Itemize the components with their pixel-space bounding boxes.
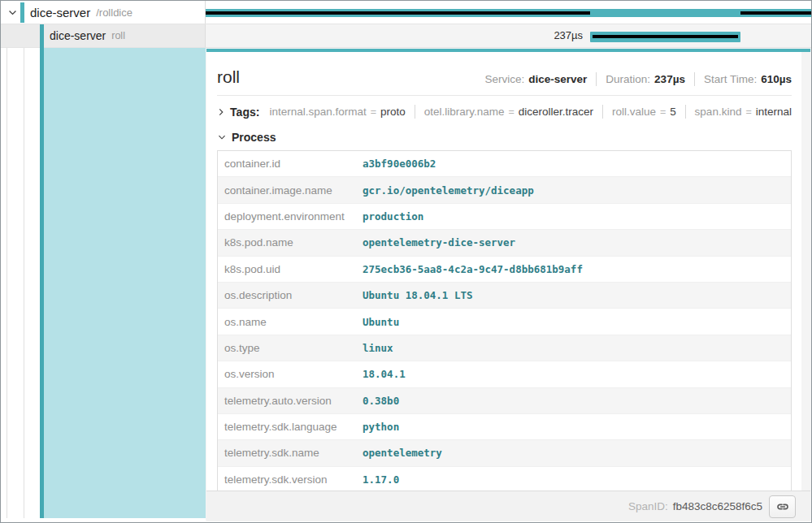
chevron-right-icon[interactable] (217, 107, 225, 117)
tree-indent-guide (7, 48, 7, 518)
equals-sign: = (508, 106, 514, 118)
span-name-cell-rolldice[interactable]: dice-server /rolldice (1, 1, 206, 24)
tag-value: internal (756, 106, 792, 118)
chevron-down-icon[interactable] (217, 132, 227, 142)
divider (415, 105, 415, 119)
tag-value: diceroller.tracer (519, 106, 593, 118)
tag-item: internal.span.format = proto (269, 106, 405, 118)
table-row: telemetry.sdk.languagepython (218, 414, 791, 440)
divider (694, 72, 695, 86)
process-value: production (363, 210, 423, 223)
tag-key: span.kind (695, 106, 742, 118)
process-key: os.description (218, 289, 363, 301)
service-label: Service: (484, 73, 524, 85)
tag-value: proto (380, 106, 406, 118)
table-row: container.ida3bf90e006b2 (218, 151, 791, 177)
span-title: roll (217, 67, 240, 87)
span-bar-self-segment (593, 35, 738, 38)
span-detail-card: roll Service: dice-server Duration: 237µ… (206, 52, 801, 491)
process-value: Ubuntu 18.04.1 LTS (363, 289, 472, 301)
span-detail-panel: roll Service: dice-server Duration: 237µ… (206, 48, 811, 521)
jaeger-trace-detail-view: dice-server /rolldice dice-server roll 2… (0, 0, 812, 523)
divider (602, 105, 603, 119)
spanid-label: SpanID: (628, 500, 668, 512)
equals-sign: = (660, 106, 666, 118)
process-value: Ubuntu (363, 316, 399, 328)
process-key: k8s.pod.name (218, 236, 363, 249)
process-value: gcr.io/opentelemetry/diceapp (363, 184, 534, 197)
process-key: deployment.environment (218, 210, 363, 223)
span-name-cell-roll[interactable]: dice-server roll (1, 24, 206, 47)
tag-value: 5 (670, 106, 676, 118)
process-value: 0.38b0 (363, 395, 399, 407)
operation-name: roll (111, 30, 125, 41)
operation-name: /rolldice (96, 6, 132, 19)
tag-item: otel.library.name = diceroller.tracer (424, 106, 593, 118)
table-row: os.typelinux (218, 335, 791, 361)
detail-right-gutter (801, 52, 810, 491)
process-key: container.image.name (218, 184, 363, 197)
duration-label: Duration: (606, 73, 650, 85)
process-value: python (363, 421, 399, 433)
process-key-value-table: container.ida3bf90e006b2 container.image… (217, 150, 792, 494)
duration-value: 237µs (654, 73, 685, 85)
equals-sign: = (371, 106, 376, 118)
divider (685, 105, 686, 119)
equals-sign: = (745, 106, 751, 118)
process-value: opentelemetry (363, 447, 442, 459)
process-key: os.name (218, 316, 363, 328)
table-row: os.version18.04.1 (218, 361, 791, 387)
span-bar-self-segment (206, 11, 590, 15)
process-key: container.id (218, 158, 363, 170)
divider (596, 72, 597, 86)
table-row: deployment.environmentproduction (218, 204, 791, 230)
tag-item: roll.value = 5 (612, 106, 676, 118)
tag-item: span.kind = internal (695, 106, 792, 118)
process-key: telemetry.sdk.language (218, 421, 363, 433)
span-row-roll[interactable]: dice-server roll 237µs (1, 24, 811, 48)
span-duration-label: 237µs (554, 29, 583, 41)
tag-key: roll.value (612, 106, 656, 118)
table-row: k8s.pod.uid275ecb36-5aa8-4c2a-9c47-d8bb6… (218, 257, 791, 283)
service-name: dice-server (30, 6, 90, 19)
detail-header: roll Service: dice-server Duration: 237µ… (217, 63, 792, 96)
table-row: k8s.pod.nameopentelemetry-dice-server (218, 230, 791, 256)
service-name: dice-server (50, 29, 106, 42)
copy-link-button[interactable] (769, 495, 796, 518)
table-row: telemetry.auto.version0.38b0 (218, 388, 791, 414)
process-value: 1.17.0 (363, 473, 399, 486)
tags-label: Tags: (230, 106, 259, 119)
process-value: linux (363, 342, 393, 354)
process-key: telemetry.sdk.version (218, 473, 363, 486)
tree-indent-guide (24, 48, 24, 518)
process-key: os.version (218, 368, 363, 380)
tag-key: internal.span.format (269, 106, 366, 118)
service-value: dice-server (528, 73, 587, 85)
table-row: os.descriptionUbuntu 18.04.1 LTS (218, 283, 791, 309)
tags-section-header[interactable]: Tags: internal.span.format = proto otel.… (217, 96, 792, 126)
table-row: telemetry.sdk.nameopentelemetry (218, 440, 791, 466)
process-value: a3bf90e006b2 (363, 158, 436, 170)
process-value: opentelemetry-dice-server (363, 236, 515, 249)
table-row: os.nameUbuntu (218, 309, 791, 335)
table-row: container.image.namegcr.io/opentelemetry… (218, 177, 791, 203)
process-value: 18.04.1 (363, 368, 406, 380)
timeline-cell-rolldice[interactable] (206, 1, 811, 24)
spanid-value: fb483c8c6258f6c5 (673, 500, 762, 512)
tag-key: otel.library.name (424, 106, 505, 118)
span-color-indicator (40, 24, 44, 48)
selected-span-highlight-area (44, 48, 206, 518)
process-section-header[interactable]: Process (217, 126, 792, 150)
span-bar-self-segment (740, 11, 811, 15)
start-time-value: 610µs (761, 73, 792, 85)
span-row-rolldice[interactable]: dice-server /rolldice (1, 1, 811, 24)
span-color-indicator (20, 2, 24, 23)
chevron-down-icon[interactable] (7, 7, 17, 17)
process-value: 275ecb36-5aa8-4c2a-9c47-d8bb681b9aff (363, 263, 583, 275)
timeline-cell-roll[interactable]: 237µs (206, 24, 811, 47)
link-icon (776, 500, 789, 513)
process-key: os.type (218, 342, 363, 354)
table-row: telemetry.sdk.version1.17.0 (218, 467, 791, 493)
process-key: k8s.pod.uid (218, 263, 363, 275)
process-key: telemetry.sdk.name (218, 447, 363, 459)
